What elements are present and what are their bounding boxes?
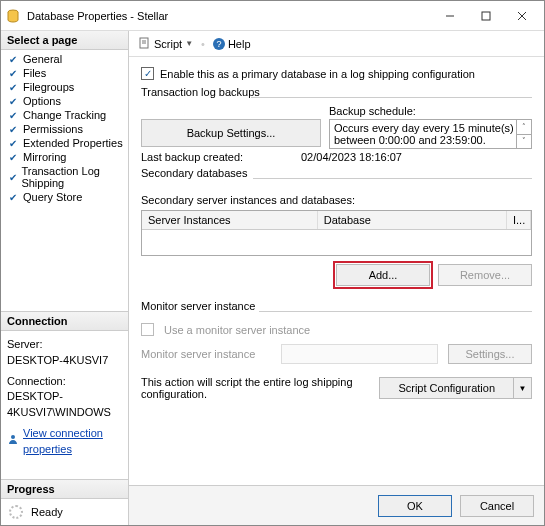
progress-status: Ready [31,506,63,518]
sidebar: Select a page ✔General ✔Files ✔Filegroup… [1,31,129,525]
settings-button: Settings... [448,344,532,364]
help-button[interactable]: ? Help [209,36,255,52]
chevron-down-icon[interactable]: ▼ [513,378,531,398]
titlebar: Database Properties - Stellar [1,1,544,31]
secondary-grid[interactable]: Server Instances Database I... [141,210,532,256]
use-monitor-label: Use a monitor server instance [164,324,310,336]
help-icon: ? [213,38,225,50]
server-label: Server: [7,337,122,352]
monitor-instance-input [281,344,438,364]
page-files[interactable]: ✔Files [1,66,128,80]
person-icon [7,433,19,449]
page-permissions[interactable]: ✔Permissions [1,122,128,136]
cancel-button[interactable]: Cancel [460,495,534,517]
maximize-button[interactable] [468,2,504,30]
monitor-instance-label: Monitor server instance [141,348,271,360]
page-query-store[interactable]: ✔Query Store [1,190,128,204]
window: Database Properties - Stellar Select a p… [0,0,545,526]
page-options[interactable]: ✔Options [1,94,128,108]
enable-primary-checkbox[interactable] [141,67,154,80]
svg-point-5 [11,435,15,439]
script-icon [139,37,151,51]
svg-rect-2 [482,12,490,20]
connection-header: Connection [1,312,128,331]
server-value: DESKTOP-4KUSVI7 [7,353,122,368]
ok-button[interactable]: OK [378,495,452,517]
minimize-button[interactable] [432,2,468,30]
db-icon [5,8,21,24]
window-title: Database Properties - Stellar [27,10,432,22]
footer: OK Cancel [129,485,544,525]
last-backup-value: 02/04/2023 18:16:07 [301,151,402,163]
backup-schedule-label: Backup schedule: [329,105,532,117]
connection-label: Connection: [7,374,122,389]
main-panel: Script ▼ • ? Help Enable this as a prima… [129,31,544,525]
toolbar: Script ▼ • ? Help [129,31,544,57]
select-page-header: Select a page [1,31,128,50]
pages-list: ✔General ✔Files ✔Filegroups ✔Options ✔Ch… [1,50,128,210]
script-button[interactable]: Script ▼ [135,35,197,53]
connection-value: DESKTOP-4KUSVI7\WINDOWS [7,389,122,420]
remove-button: Remove... [438,264,532,286]
page-filegroups[interactable]: ✔Filegroups [1,80,128,94]
script-configuration-button[interactable]: Script Configuration ▼ [379,377,532,399]
last-backup-label: Last backup created: [141,151,301,163]
page-change-tracking[interactable]: ✔Change Tracking [1,108,128,122]
page-mirroring[interactable]: ✔Mirroring [1,150,128,164]
backup-settings-button[interactable]: Backup Settings... [141,119,321,147]
backup-schedule-desc: Occurs every day every 15 minute(s) betw… [329,119,532,149]
progress-spinner-icon [9,505,23,519]
page-general[interactable]: ✔General [1,52,128,66]
chevron-down-icon: ▼ [185,39,193,48]
grid-col-server[interactable]: Server Instances [142,211,318,229]
page-extended-properties[interactable]: ✔Extended Properties [1,136,128,150]
view-connection-properties-link[interactable]: View connection properties [23,426,122,457]
close-button[interactable] [504,2,540,30]
progress-header: Progress [1,480,128,499]
add-button[interactable]: Add... [336,264,430,286]
schedule-spinner[interactable]: ˄˅ [516,120,531,148]
page-transaction-log-shipping[interactable]: ✔Transaction Log Shipping [1,164,128,190]
use-monitor-checkbox[interactable] [141,323,154,336]
script-note: This action will script the entire log s… [141,376,379,400]
enable-primary-label: Enable this as a primary database in a l… [160,68,475,80]
grid-col-database[interactable]: Database [318,211,507,229]
secondary-instances-label: Secondary server instances and databases… [141,194,532,206]
grid-col-last[interactable]: I... [507,211,531,229]
